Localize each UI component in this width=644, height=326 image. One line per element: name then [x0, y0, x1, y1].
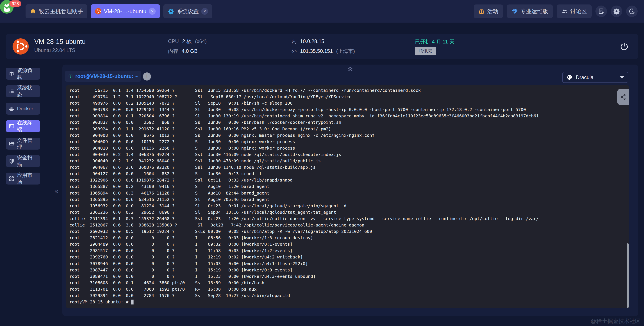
sidebar-item-label: 应用市场	[17, 172, 37, 185]
sidebar-item-label: 安全扫描	[17, 154, 37, 168]
terminal-session-tab[interactable]: root@VM-28-15-ubuntu: ~	[65, 71, 141, 82]
tab-label: 牧云主机管理助手	[39, 8, 83, 15]
sidebar: 资源负载 系统状态 Docker 在线终	[6, 68, 40, 185]
close-icon[interactable]	[149, 8, 156, 15]
palette-icon	[566, 74, 573, 81]
activity-button[interactable]: 活动	[474, 5, 503, 18]
sidebar-item-label: 资源负载	[17, 67, 37, 81]
gear-icon	[168, 8, 174, 15]
sidebar-item-app-market[interactable]: 应用市场	[6, 173, 40, 185]
power-icon	[620, 42, 629, 51]
sidebar-item-security-scan[interactable]: 安全扫描	[6, 155, 40, 167]
sidebar-item-label: 系统状态	[17, 84, 37, 98]
new-terminal-button[interactable]	[143, 73, 151, 81]
close-icon[interactable]	[201, 8, 208, 15]
gear-icon	[613, 8, 620, 15]
terminal-screen[interactable]: root 56715 0.1 1.4 1754580 50264 ? Ssl J…	[66, 85, 629, 308]
settings-button[interactable]	[611, 6, 622, 17]
gift-icon	[478, 8, 485, 15]
sidebar-item-label: Docker	[17, 106, 33, 112]
shield-icon	[9, 158, 14, 164]
monitor-pulse-icon	[68, 73, 73, 80]
power-button[interactable]	[619, 41, 630, 52]
pro-edition-label: 专业运维版	[520, 8, 548, 15]
notification-badge: 928	[9, 1, 21, 7]
sidebar-collapse-icon[interactable]	[54, 187, 58, 195]
watermark-text: @稀土掘金技术社区	[591, 317, 640, 325]
cpu-row: CPU 2 核 (x64)	[168, 38, 206, 45]
forum-button[interactable]: 讨论区	[557, 5, 592, 18]
docker-icon	[9, 106, 14, 112]
memory-row: 内存 4.0 GB	[168, 48, 198, 55]
diamond-icon	[512, 8, 518, 15]
chevron-down-icon	[620, 76, 624, 79]
sidebar-item-system-status[interactable]: 系统状态	[6, 85, 40, 97]
terminal-output[interactable]: root 56715 0.1 1.4 1754580 50264 ? Ssl J…	[66, 85, 629, 305]
list-icon	[9, 88, 14, 94]
layers-icon	[9, 71, 14, 77]
external-ip-label: 外	[292, 48, 297, 55]
activity-label: 活动	[487, 8, 498, 15]
window-tabs: 牧云主机管理助手 VM-28-…-ubuntu 系统设置	[26, 4, 212, 18]
home-icon	[30, 8, 36, 15]
provider-badge: 腾讯云	[415, 47, 436, 55]
terminal-scrollbar[interactable]	[627, 243, 629, 308]
memory-label: 内存	[168, 48, 178, 55]
memory-value: 4.0 GB	[182, 48, 198, 54]
grid-icon	[9, 176, 14, 182]
sidebar-item-docker[interactable]: Docker	[6, 103, 40, 115]
cpu-arch: (x64)	[195, 38, 207, 44]
tab-label: VM-28-…-ubuntu	[104, 8, 146, 15]
terminal-theme-value: Dracula	[576, 74, 617, 80]
pro-edition-button[interactable]: 专业运维版	[507, 5, 553, 18]
terminal-theme-select[interactable]: Dracula	[562, 72, 628, 83]
top-bar: 928 牧云主机管理助手 VM-28-…-ubuntu	[0, 0, 644, 23]
terminal-panel: root@VM-28-15-ubuntu: ~ Dracula root 567…	[62, 65, 638, 316]
tab-host-assistant[interactable]: 牧云主机管理助手	[26, 4, 87, 18]
log-view-button[interactable]	[596, 6, 607, 17]
moon-icon	[628, 8, 635, 15]
sidebar-item-resource-load[interactable]: 资源负载	[6, 68, 40, 80]
terminal-cursor	[131, 299, 134, 304]
app-window: 928 牧云主机管理助手 VM-28-…-ubuntu	[0, 0, 644, 326]
external-ip-region: (上海市)	[336, 48, 355, 55]
collapse-header-icon[interactable]	[346, 65, 354, 72]
share-icon	[620, 94, 627, 100]
tab-vm-ubuntu[interactable]: VM-28-…-ubuntu	[91, 4, 160, 18]
sidebar-item-file-manager[interactable]: 文件管理	[6, 138, 40, 150]
host-os: Ubuntu 22.04 LTS	[34, 47, 76, 53]
uptime-text: 已开机 4 月 11 天	[415, 38, 454, 45]
internal-ip-label: 内	[292, 38, 297, 45]
sidebar-item-online-terminal[interactable]: 在线终端	[6, 120, 40, 132]
app-logo[interactable]: 928	[0, 0, 26, 23]
top-bar-actions: 活动 专业运维版 讨论区	[474, 5, 644, 18]
tab-system-settings[interactable]: 系统设置	[163, 4, 212, 18]
tab-label: 系统设置	[176, 8, 199, 15]
sidebar-item-label: 在线终端	[17, 119, 37, 133]
folder-icon	[9, 141, 14, 147]
host-name: VM-28-15-ubuntu	[34, 38, 86, 46]
host-header: VM-28-15-ubuntu Ubuntu 22.04 LTS CPU 2 核…	[6, 34, 638, 59]
terminal-icon	[9, 123, 14, 129]
internal-ip-row: 内 10.0.28.15	[292, 38, 324, 45]
cpu-label: CPU	[168, 38, 179, 44]
people-icon	[561, 8, 568, 15]
forum-label: 讨论区	[570, 8, 587, 15]
external-ip-row: 外 101.35.50.151 (上海市)	[292, 48, 355, 55]
external-ip: 101.35.50.151	[300, 48, 333, 54]
cpu-value: 2 核	[182, 38, 192, 45]
ubuntu-icon	[95, 8, 101, 15]
share-button[interactable]	[618, 89, 629, 105]
dark-mode-button[interactable]	[626, 6, 638, 17]
document-eye-icon	[598, 8, 604, 15]
sidebar-item-label: 文件管理	[17, 137, 37, 150]
internal-ip: 10.0.28.15	[300, 38, 324, 44]
ubuntu-logo-icon	[12, 38, 29, 55]
terminal-session-title: root@VM-28-15-ubuntu: ~	[76, 73, 138, 79]
